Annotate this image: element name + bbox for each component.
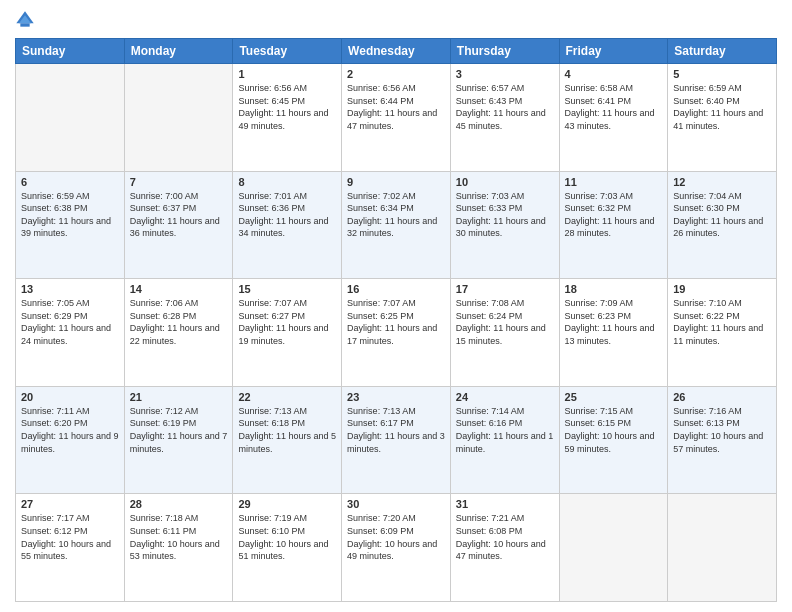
weekday-header-monday: Monday — [124, 39, 233, 64]
calendar-cell: 30Sunrise: 7:20 AMSunset: 6:09 PMDayligh… — [342, 494, 451, 602]
calendar-cell: 22Sunrise: 7:13 AMSunset: 6:18 PMDayligh… — [233, 386, 342, 494]
day-number: 2 — [347, 68, 445, 80]
calendar-cell: 10Sunrise: 7:03 AMSunset: 6:33 PMDayligh… — [450, 171, 559, 279]
calendar-table: SundayMondayTuesdayWednesdayThursdayFrid… — [15, 38, 777, 602]
day-info: Sunrise: 7:02 AMSunset: 6:34 PMDaylight:… — [347, 190, 445, 240]
calendar-cell: 9Sunrise: 7:02 AMSunset: 6:34 PMDaylight… — [342, 171, 451, 279]
day-info: Sunrise: 7:09 AMSunset: 6:23 PMDaylight:… — [565, 297, 663, 347]
calendar-cell: 12Sunrise: 7:04 AMSunset: 6:30 PMDayligh… — [668, 171, 777, 279]
day-number: 11 — [565, 176, 663, 188]
calendar-cell: 8Sunrise: 7:01 AMSunset: 6:36 PMDaylight… — [233, 171, 342, 279]
day-number: 17 — [456, 283, 554, 295]
weekday-header-friday: Friday — [559, 39, 668, 64]
calendar-cell: 7Sunrise: 7:00 AMSunset: 6:37 PMDaylight… — [124, 171, 233, 279]
day-number: 16 — [347, 283, 445, 295]
calendar-cell: 31Sunrise: 7:21 AMSunset: 6:08 PMDayligh… — [450, 494, 559, 602]
calendar-cell: 16Sunrise: 7:07 AMSunset: 6:25 PMDayligh… — [342, 279, 451, 387]
day-number: 14 — [130, 283, 228, 295]
day-info: Sunrise: 6:56 AMSunset: 6:45 PMDaylight:… — [238, 82, 336, 132]
weekday-header-tuesday: Tuesday — [233, 39, 342, 64]
day-number: 19 — [673, 283, 771, 295]
day-info: Sunrise: 7:04 AMSunset: 6:30 PMDaylight:… — [673, 190, 771, 240]
day-info: Sunrise: 7:19 AMSunset: 6:10 PMDaylight:… — [238, 512, 336, 562]
calendar-cell: 29Sunrise: 7:19 AMSunset: 6:10 PMDayligh… — [233, 494, 342, 602]
day-number: 18 — [565, 283, 663, 295]
day-info: Sunrise: 7:13 AMSunset: 6:18 PMDaylight:… — [238, 405, 336, 455]
calendar-cell: 1Sunrise: 6:56 AMSunset: 6:45 PMDaylight… — [233, 64, 342, 172]
day-info: Sunrise: 7:13 AMSunset: 6:17 PMDaylight:… — [347, 405, 445, 455]
day-number: 1 — [238, 68, 336, 80]
calendar-cell: 21Sunrise: 7:12 AMSunset: 6:19 PMDayligh… — [124, 386, 233, 494]
day-number: 22 — [238, 391, 336, 403]
calendar-cell: 25Sunrise: 7:15 AMSunset: 6:15 PMDayligh… — [559, 386, 668, 494]
calendar-cell: 15Sunrise: 7:07 AMSunset: 6:27 PMDayligh… — [233, 279, 342, 387]
weekday-header-wednesday: Wednesday — [342, 39, 451, 64]
calendar-cell: 4Sunrise: 6:58 AMSunset: 6:41 PMDaylight… — [559, 64, 668, 172]
day-info: Sunrise: 7:03 AMSunset: 6:32 PMDaylight:… — [565, 190, 663, 240]
day-info: Sunrise: 6:59 AMSunset: 6:38 PMDaylight:… — [21, 190, 119, 240]
calendar-cell — [124, 64, 233, 172]
day-info: Sunrise: 7:20 AMSunset: 6:09 PMDaylight:… — [347, 512, 445, 562]
day-number: 29 — [238, 498, 336, 510]
calendar-cell: 24Sunrise: 7:14 AMSunset: 6:16 PMDayligh… — [450, 386, 559, 494]
weekday-header-saturday: Saturday — [668, 39, 777, 64]
day-number: 6 — [21, 176, 119, 188]
day-number: 9 — [347, 176, 445, 188]
day-info: Sunrise: 6:59 AMSunset: 6:40 PMDaylight:… — [673, 82, 771, 132]
day-number: 7 — [130, 176, 228, 188]
day-number: 30 — [347, 498, 445, 510]
day-info: Sunrise: 7:00 AMSunset: 6:37 PMDaylight:… — [130, 190, 228, 240]
day-number: 10 — [456, 176, 554, 188]
calendar-cell — [16, 64, 125, 172]
calendar-cell: 6Sunrise: 6:59 AMSunset: 6:38 PMDaylight… — [16, 171, 125, 279]
day-info: Sunrise: 7:08 AMSunset: 6:24 PMDaylight:… — [456, 297, 554, 347]
calendar-week-row: 1Sunrise: 6:56 AMSunset: 6:45 PMDaylight… — [16, 64, 777, 172]
day-number: 13 — [21, 283, 119, 295]
day-number: 25 — [565, 391, 663, 403]
weekday-header-row: SundayMondayTuesdayWednesdayThursdayFrid… — [16, 39, 777, 64]
day-number: 23 — [347, 391, 445, 403]
day-info: Sunrise: 7:12 AMSunset: 6:19 PMDaylight:… — [130, 405, 228, 455]
calendar-cell: 26Sunrise: 7:16 AMSunset: 6:13 PMDayligh… — [668, 386, 777, 494]
calendar-week-row: 20Sunrise: 7:11 AMSunset: 6:20 PMDayligh… — [16, 386, 777, 494]
day-number: 28 — [130, 498, 228, 510]
day-number: 21 — [130, 391, 228, 403]
calendar-week-row: 13Sunrise: 7:05 AMSunset: 6:29 PMDayligh… — [16, 279, 777, 387]
calendar-cell: 5Sunrise: 6:59 AMSunset: 6:40 PMDaylight… — [668, 64, 777, 172]
calendar-week-row: 27Sunrise: 7:17 AMSunset: 6:12 PMDayligh… — [16, 494, 777, 602]
day-number: 20 — [21, 391, 119, 403]
day-info: Sunrise: 7:17 AMSunset: 6:12 PMDaylight:… — [21, 512, 119, 562]
day-info: Sunrise: 6:57 AMSunset: 6:43 PMDaylight:… — [456, 82, 554, 132]
day-info: Sunrise: 7:18 AMSunset: 6:11 PMDaylight:… — [130, 512, 228, 562]
day-info: Sunrise: 7:14 AMSunset: 6:16 PMDaylight:… — [456, 405, 554, 455]
logo-icon — [15, 10, 35, 30]
day-info: Sunrise: 7:01 AMSunset: 6:36 PMDaylight:… — [238, 190, 336, 240]
calendar-cell: 3Sunrise: 6:57 AMSunset: 6:43 PMDaylight… — [450, 64, 559, 172]
day-number: 4 — [565, 68, 663, 80]
page: SundayMondayTuesdayWednesdayThursdayFrid… — [0, 0, 792, 612]
calendar-cell: 23Sunrise: 7:13 AMSunset: 6:17 PMDayligh… — [342, 386, 451, 494]
calendar-cell: 28Sunrise: 7:18 AMSunset: 6:11 PMDayligh… — [124, 494, 233, 602]
day-number: 3 — [456, 68, 554, 80]
day-number: 26 — [673, 391, 771, 403]
day-info: Sunrise: 7:07 AMSunset: 6:27 PMDaylight:… — [238, 297, 336, 347]
svg-rect-2 — [20, 23, 29, 26]
calendar-cell: 27Sunrise: 7:17 AMSunset: 6:12 PMDayligh… — [16, 494, 125, 602]
weekday-header-thursday: Thursday — [450, 39, 559, 64]
day-number: 15 — [238, 283, 336, 295]
calendar-cell: 11Sunrise: 7:03 AMSunset: 6:32 PMDayligh… — [559, 171, 668, 279]
weekday-header-sunday: Sunday — [16, 39, 125, 64]
calendar-week-row: 6Sunrise: 6:59 AMSunset: 6:38 PMDaylight… — [16, 171, 777, 279]
day-info: Sunrise: 7:21 AMSunset: 6:08 PMDaylight:… — [456, 512, 554, 562]
calendar-cell: 13Sunrise: 7:05 AMSunset: 6:29 PMDayligh… — [16, 279, 125, 387]
calendar-cell: 18Sunrise: 7:09 AMSunset: 6:23 PMDayligh… — [559, 279, 668, 387]
calendar-cell: 20Sunrise: 7:11 AMSunset: 6:20 PMDayligh… — [16, 386, 125, 494]
day-info: Sunrise: 7:03 AMSunset: 6:33 PMDaylight:… — [456, 190, 554, 240]
day-info: Sunrise: 7:10 AMSunset: 6:22 PMDaylight:… — [673, 297, 771, 347]
day-number: 31 — [456, 498, 554, 510]
day-info: Sunrise: 6:56 AMSunset: 6:44 PMDaylight:… — [347, 82, 445, 132]
day-info: Sunrise: 7:06 AMSunset: 6:28 PMDaylight:… — [130, 297, 228, 347]
day-number: 24 — [456, 391, 554, 403]
day-number: 8 — [238, 176, 336, 188]
day-info: Sunrise: 7:07 AMSunset: 6:25 PMDaylight:… — [347, 297, 445, 347]
